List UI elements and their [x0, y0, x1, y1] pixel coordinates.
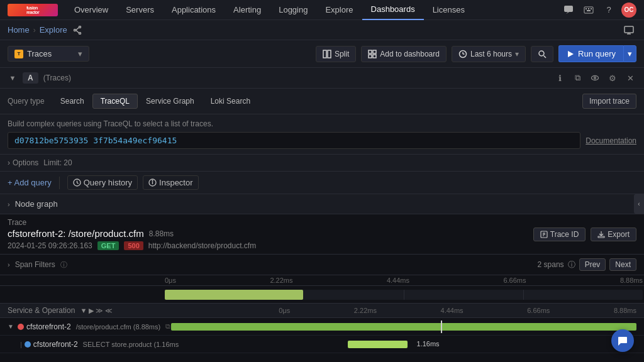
- screen-icon[interactable]: [621, 23, 636, 38]
- split-button[interactable]: Split: [316, 46, 356, 62]
- query-datasource-name: (Traces): [43, 74, 71, 82]
- documentation-link[interactable]: Documentation: [586, 136, 636, 145]
- nav-right: ? OC: [561, 3, 644, 18]
- service-col-left-2: | cfstorefront-2 SELECT store.product (1…: [15, 340, 179, 349]
- nav-licenses[interactable]: Licenses: [424, 0, 474, 20]
- node-graph-chevron: ›: [8, 200, 10, 208]
- svg-rect-3: [588, 8, 589, 9]
- trace-id-label: Trace ID: [550, 230, 579, 239]
- query-collapse-button[interactable]: ▼: [8, 73, 18, 83]
- logo[interactable]: fusionreactor: [0, 4, 65, 16]
- sort-down-icon[interactable]: ▼: [80, 307, 87, 315]
- tab-loki-search[interactable]: Loki Search: [203, 94, 258, 109]
- row1-dot: [18, 324, 24, 330]
- time-label-4: 8.88ms: [614, 307, 636, 314]
- table-row[interactable]: ▼ cfstorefront-2 /store/product.cfm (8.8…: [0, 318, 644, 336]
- svg-rect-18: [369, 55, 372, 58]
- span-filters-toggle[interactable]: ›: [8, 261, 10, 268]
- run-query-label: Run query: [578, 49, 616, 58]
- run-query-dropdown[interactable]: ▾: [623, 45, 636, 62]
- row1-expand[interactable]: ▼: [8, 323, 15, 330]
- spans-info-icon: ⓘ: [568, 260, 575, 270]
- nav-overview[interactable]: Overview: [65, 0, 117, 20]
- main-toolbar: T Traces ▾ Split Add to dashboard Last 6…: [0, 40, 644, 68]
- nav-applications[interactable]: Applications: [163, 0, 225, 20]
- right-panel-toggle[interactable]: ‹: [634, 194, 644, 214]
- datasource-select[interactable]: T Traces ▾: [8, 46, 89, 62]
- tab-search[interactable]: Search: [52, 94, 92, 109]
- spans-count-label: 2 spans: [538, 260, 564, 269]
- sort-dbl-right-icon[interactable]: ≫: [96, 307, 103, 315]
- trace-id-button[interactable]: Trace ID: [533, 228, 586, 241]
- time-range-button[interactable]: Last 6 hours ▾: [452, 46, 526, 62]
- svg-point-25: [592, 76, 599, 80]
- zoom-button[interactable]: [531, 46, 553, 62]
- add-query-button[interactable]: + Add query: [8, 178, 52, 187]
- tick-2: 4.44ms: [387, 277, 409, 284]
- service-op-table-header: Service & Operation ▼ ▶ ≫ ≪ 0μs 2.22ms 4…: [0, 304, 644, 318]
- keyboard-icon[interactable]: [581, 3, 596, 18]
- query-eye-icon[interactable]: [589, 72, 601, 84]
- query-info-icon[interactable]: ℹ: [553, 72, 566, 84]
- traceql-input-row: Documentation: [8, 132, 636, 149]
- query-remove-icon[interactable]: ✕: [624, 72, 636, 84]
- sort-right-icon[interactable]: ▶: [89, 307, 94, 315]
- traceql-hint: Build complex queries using TraceQL to s…: [8, 119, 636, 128]
- import-trace-button[interactable]: Import trace: [582, 94, 636, 109]
- nav-logging[interactable]: Logging: [270, 0, 316, 20]
- trace-result-header: Trace cfstorefront-2: /store/product.cfm…: [0, 214, 644, 255]
- query-history-button[interactable]: Query history: [67, 175, 138, 190]
- prev-button[interactable]: Prev: [579, 258, 606, 271]
- tab-traceql[interactable]: TraceQL: [92, 94, 138, 109]
- svg-rect-19: [373, 55, 376, 58]
- timeline-bar-area: [165, 290, 643, 300]
- svg-point-30: [152, 180, 153, 181]
- breadcrumb-home[interactable]: Home: [8, 25, 30, 35]
- node-graph-section[interactable]: › Node graph ‹: [0, 194, 644, 214]
- top-nav: fusionreactor Overview Servers Applicati…: [0, 0, 644, 20]
- svg-rect-0: [564, 6, 573, 12]
- time-label-3: 6.66ms: [527, 307, 550, 314]
- chat-icon[interactable]: [561, 3, 576, 18]
- options-toggle[interactable]: › Options: [8, 158, 38, 167]
- add-dashboard-label: Add to dashboard: [380, 50, 440, 58]
- options-row: › Options Limit: 20: [0, 155, 644, 171]
- row1-copy-icon[interactable]: ⧉: [165, 322, 170, 331]
- sort-dbl-left-icon[interactable]: ≪: [105, 307, 113, 315]
- query-type-tabs: Query type Search TraceQL Service Graph …: [0, 89, 644, 114]
- share-icon[interactable]: [71, 24, 84, 36]
- svg-rect-5: [587, 10, 591, 11]
- avatar[interactable]: OC: [621, 3, 636, 18]
- nav-dashboards[interactable]: Dashboards: [362, 0, 424, 20]
- chat-fab[interactable]: [611, 329, 634, 352]
- nav-servers[interactable]: Servers: [117, 0, 163, 20]
- datasource-icon: T: [14, 50, 23, 58]
- tick-4: 8.88ms: [620, 277, 643, 284]
- service-col-right-1: [171, 321, 636, 333]
- logo-image: fusionreactor: [8, 4, 58, 16]
- tick-0: 0μs: [165, 277, 176, 284]
- breadcrumb: Home › Explore: [0, 20, 644, 40]
- traceql-input[interactable]: [8, 132, 580, 149]
- time-range-label: Last 6 hours: [470, 50, 512, 58]
- trace-url: http://backend/store/product.cfm: [148, 241, 256, 250]
- svg-rect-11: [625, 26, 633, 33]
- table-row[interactable]: | cfstorefront-2 SELECT store.product (1…: [0, 336, 644, 353]
- help-icon[interactable]: ?: [601, 3, 616, 18]
- tab-service-graph[interactable]: Service Graph: [138, 94, 203, 109]
- breadcrumb-explore[interactable]: Explore: [40, 25, 67, 35]
- query-settings-icon[interactable]: ⚙: [606, 72, 619, 84]
- nav-explore[interactable]: Explore: [316, 0, 362, 20]
- svg-rect-2: [586, 8, 587, 9]
- nav-alerting[interactable]: Alerting: [225, 0, 270, 20]
- svg-rect-4: [591, 8, 592, 9]
- add-dashboard-button[interactable]: Add to dashboard: [361, 46, 447, 62]
- export-button[interactable]: Export: [591, 228, 636, 241]
- inspector-button[interactable]: Inspector: [143, 175, 198, 190]
- run-query-button[interactable]: Run query: [558, 45, 623, 62]
- svg-line-24: [544, 55, 547, 58]
- next-button[interactable]: Next: [609, 258, 636, 271]
- query-copy-icon[interactable]: ⧉: [571, 72, 584, 84]
- svg-point-26: [594, 77, 596, 79]
- service-op-table: Service & Operation ▼ ▶ ≫ ≪ 0μs 2.22ms 4…: [0, 304, 644, 353]
